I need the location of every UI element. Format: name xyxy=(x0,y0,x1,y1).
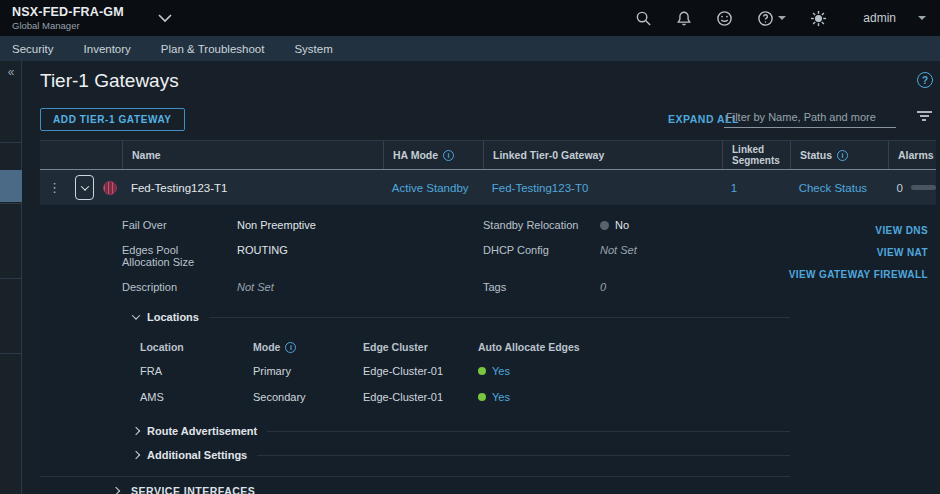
route-advertisement-label: Route Advertisement xyxy=(147,425,257,437)
top-bar: NSX-FED-FRA-GM Global Manager xyxy=(0,0,940,36)
mode-info-icon[interactable] xyxy=(285,342,296,353)
sidebar-selected-item[interactable] xyxy=(0,170,22,202)
alarms-bar-icon xyxy=(911,185,936,190)
standby-relocation-label: Standby Relocation xyxy=(483,219,600,231)
header-alarms: Alarms xyxy=(888,141,936,169)
filter-icon[interactable] xyxy=(916,111,932,123)
additional-settings-label: Additional Settings xyxy=(147,449,247,461)
service-interfaces-label: SERVICE INTERFACES xyxy=(131,485,255,494)
product-name: NSX-FED-FRA-GM xyxy=(12,5,124,19)
sidebar-divider xyxy=(0,142,22,143)
location-name: AMS xyxy=(140,391,253,403)
view-nat-link[interactable]: VIEW NAT xyxy=(789,247,928,258)
chevron-right-icon xyxy=(132,427,140,435)
manager-switcher-chevron-icon[interactable] xyxy=(158,14,172,23)
primary-nav: Security Inventory Plan & Troubleshoot S… xyxy=(0,36,940,61)
chevron-down-icon xyxy=(132,311,140,319)
alarms-count: 0 xyxy=(897,182,903,194)
header-ha-mode: HA Mode xyxy=(383,141,483,169)
ha-mode-info-icon[interactable] xyxy=(443,150,454,161)
section-divider xyxy=(267,431,790,432)
additional-settings-toggle[interactable]: Additional Settings xyxy=(40,444,790,466)
help-icon[interactable] xyxy=(757,10,774,27)
gateway-ha-mode: Active Standby xyxy=(383,182,483,194)
check-status-link[interactable]: Check Status xyxy=(799,182,867,194)
tier1-gateway-icon xyxy=(103,181,117,195)
theme-brightness-icon[interactable] xyxy=(810,10,827,27)
standby-relocation-value: No xyxy=(615,219,629,231)
location-mode: Primary xyxy=(253,365,363,377)
tab-security[interactable]: Security xyxy=(12,43,69,55)
gateway-row: Fed-Testing123-T1 Active Standby Fed-Tes… xyxy=(40,170,936,205)
nsx-global-manager-window: NSX-FED-FRA-GM Global Manager xyxy=(0,0,940,494)
locations-section-label: Locations xyxy=(147,311,199,323)
linked-t0-link[interactable]: Fed-Testing123-T0 xyxy=(492,182,589,194)
route-advertisement-toggle[interactable]: Route Advertisement xyxy=(40,420,790,442)
gateway-details-panel: Fail Over Non Preemptive Standby Relocat… xyxy=(40,205,936,494)
locations-table: Location Mode Edge Cluster Auto Allocate… xyxy=(140,336,790,410)
description-value: Not Set xyxy=(237,281,483,293)
loc-header-auto-allocate: Auto Allocate Edges xyxy=(478,341,790,353)
tier1-gateways-table: Name HA Mode Linked Tier-0 Gateway Linke… xyxy=(40,140,936,494)
view-dns-link[interactable]: VIEW DNS xyxy=(789,225,928,236)
edges-pool-label: Edges Pool Allocation Size xyxy=(122,244,237,268)
header-controls xyxy=(40,141,122,169)
notifications-bell-icon[interactable] xyxy=(676,10,692,27)
user-menu[interactable]: admin xyxy=(851,11,926,25)
username: admin xyxy=(863,11,896,25)
header-linked-t0: Linked Tier-0 Gateway xyxy=(483,141,722,169)
dhcp-config-value: Not Set xyxy=(600,244,790,268)
dhcp-config-label: DHCP Config xyxy=(483,244,600,268)
section-divider xyxy=(209,317,790,318)
description-label: Description xyxy=(122,281,237,293)
sidebar-collapse-icon[interactable] xyxy=(0,65,22,79)
page-help-icon[interactable] xyxy=(917,72,933,88)
loc-header-mode: Mode xyxy=(253,341,280,353)
status-dot-icon xyxy=(478,367,486,375)
tags-value: 0 xyxy=(600,281,790,293)
view-gateway-firewall-link[interactable]: VIEW GATEWAY FIREWALL xyxy=(789,269,928,280)
edges-pool-value: ROUTING xyxy=(237,244,483,268)
location-row: FRA Primary Edge-Cluster-01 Yes xyxy=(140,358,790,384)
sidebar-divider xyxy=(0,353,22,354)
fail-over-label: Fail Over xyxy=(122,219,237,231)
header-status: Status xyxy=(790,141,888,169)
filter-input[interactable] xyxy=(724,108,896,128)
header-name: Name xyxy=(122,141,383,169)
tab-inventory[interactable]: Inventory xyxy=(69,43,146,55)
locations-section-toggle[interactable]: Locations xyxy=(40,306,790,328)
sidebar-divider xyxy=(0,203,22,204)
service-interfaces-section[interactable]: SERVICE INTERFACES xyxy=(40,476,790,494)
auto-allocate-value[interactable]: Yes xyxy=(492,391,510,403)
add-tier1-gateway-button[interactable]: ADD TIER-1 GATEWAY xyxy=(40,108,185,131)
location-edge-cluster: Edge-Cluster-01 xyxy=(363,391,478,403)
feedback-smiley-icon[interactable] xyxy=(716,10,733,27)
status-info-icon[interactable] xyxy=(837,150,848,161)
tab-system[interactable]: System xyxy=(279,43,347,55)
chevron-right-icon xyxy=(132,451,140,459)
section-divider xyxy=(257,455,790,456)
gateway-name: Fed-Testing123-T1 xyxy=(122,182,383,194)
location-edge-cluster: Edge-Cluster-01 xyxy=(363,365,478,377)
sidebar-divider xyxy=(0,278,22,279)
status-dot-icon xyxy=(478,393,486,401)
loc-header-location: Location xyxy=(140,341,253,353)
help-menu[interactable] xyxy=(757,10,786,27)
location-row: AMS Secondary Edge-Cluster-01 Yes xyxy=(140,384,790,410)
tags-label: Tags xyxy=(483,281,600,293)
location-mode: Secondary xyxy=(253,391,363,403)
loc-header-edge-cluster: Edge Cluster xyxy=(363,341,478,353)
table-header-row: Name HA Mode Linked Tier-0 Gateway Linke… xyxy=(40,140,936,170)
collapsed-sidebar xyxy=(0,61,22,494)
auto-allocate-value[interactable]: Yes xyxy=(492,365,510,377)
tab-plan-troubleshoot[interactable]: Plan & Troubleshoot xyxy=(146,43,280,55)
linked-segments-count[interactable]: 1 xyxy=(731,182,737,194)
fail-over-value: Non Preemptive xyxy=(237,219,483,231)
brand: NSX-FED-FRA-GM Global Manager xyxy=(0,5,172,31)
location-name: FRA xyxy=(140,365,253,377)
help-caret-icon xyxy=(778,16,786,20)
row-menu-icon[interactable] xyxy=(48,180,62,195)
standby-relocation-dot-icon xyxy=(600,221,609,230)
search-icon[interactable] xyxy=(635,10,652,27)
row-expand-toggle[interactable] xyxy=(75,175,94,200)
